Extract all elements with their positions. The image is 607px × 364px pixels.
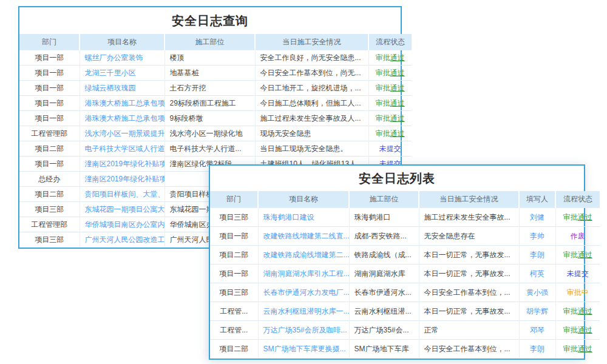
project-link[interactable]: 长春市伊通河水力发电厂...	[263, 288, 350, 297]
cell-status: 审批通过	[368, 66, 412, 81]
status-text[interactable]: 未提交	[379, 144, 401, 153]
cell-safety: 本日一切正常，无事故发...	[419, 302, 519, 321]
cell-site: 楼顶	[164, 50, 255, 66]
status-text[interactable]: 审批通过	[376, 129, 405, 138]
cell-writer: 刘健	[519, 208, 555, 227]
project-link[interactable]: 贵阳项目样板间、大堂、电梯	[85, 190, 165, 198]
cell-project: 螺丝厂办公室装饰	[80, 50, 164, 66]
cell-dept: 项目三部	[210, 208, 258, 227]
status-text[interactable]: 审批通过	[376, 69, 405, 77]
status-text[interactable]: 审批通过	[563, 307, 592, 315]
project-link[interactable]: 龙湖三千里小区	[85, 69, 136, 77]
cell-site: 云南水利枢纽潜...	[349, 302, 419, 321]
status-text[interactable]: 审批通过	[376, 99, 405, 107]
cell-site: 铁路成渝线（成...	[349, 246, 419, 265]
cell-dept: 工程管理部	[19, 217, 80, 232]
cell-status: 审批通过	[368, 50, 412, 66]
project-link[interactable]: 螺丝厂办公室装饰	[85, 53, 143, 62]
cell-safety: 正常	[419, 321, 519, 340]
project-link[interactable]: 港珠澳大桥施工总承包项目	[85, 99, 165, 107]
cell-site: 浅水湾小区一期绿化地	[164, 126, 255, 141]
status-text[interactable]: 审批通过	[376, 53, 405, 62]
cell-site: 土石方开挖	[164, 81, 255, 96]
writer-link[interactable]: 黄小强	[526, 288, 548, 297]
status-text[interactable]: 审批通过	[563, 213, 592, 221]
status-text[interactable]: 审批通过	[563, 326, 592, 334]
header-row: 部门项目名称施工部位当日施工安全情况流程状态	[19, 34, 412, 50]
status-text[interactable]: 作废	[571, 232, 585, 240]
cell-dept: 项目三部	[210, 283, 258, 302]
project-link[interactable]: 广州天河人民公园改造工程	[85, 235, 165, 244]
cell-status: 审批通过	[555, 340, 600, 359]
cell-dept: 总经办	[19, 172, 80, 187]
cell-site: 长春市伊通河水...	[349, 283, 419, 302]
cell-project: 东城花园一期项目公寓大堂 装	[80, 202, 164, 217]
cell-project: 电子科技大学区域人行道及非	[80, 141, 164, 157]
cell-project: SM广场地下车库更换摄...	[258, 340, 349, 359]
project-link[interactable]: 绿城云栖玫瑰园	[85, 84, 136, 92]
cell-status: 审批通过	[555, 302, 600, 321]
writer-link[interactable]: 刘健	[530, 213, 544, 221]
column-header: 流程状态	[555, 191, 600, 208]
safety-log-list-panel: 安全日志列表 部门项目名称施工部位当日施工安全情况填写人流程状态 项目三部珠海鹤…	[209, 164, 585, 360]
project-link[interactable]: 潼南区2019年绿化补贴项目-标	[85, 160, 165, 168]
cell-status: 审批通过	[368, 96, 412, 111]
cell-site: 9标段桥墩	[164, 111, 255, 126]
cell-dept: 工程管...	[210, 302, 258, 321]
cell-project: 贵阳项目样板间、大堂、电梯	[80, 187, 164, 202]
column-header: 项目名称	[258, 191, 349, 208]
cell-safety: 当日施工现场无安全隐患。	[255, 141, 368, 157]
status-text[interactable]: 审批通过	[563, 345, 592, 353]
cell-project: 潼南区2019年绿化补贴项目-标	[80, 157, 164, 172]
cell-project: 广州天河人民公园改造工程	[80, 232, 164, 248]
cell-dept: 项目二部	[210, 246, 258, 265]
status-text[interactable]: 审批通过	[563, 251, 592, 259]
cell-status: 审批通过	[368, 126, 412, 141]
cell-safety: 今日工地开工，旋挖机进场，...	[255, 81, 368, 96]
project-link[interactable]: 港珠澳大桥施工总承包项目	[85, 114, 165, 123]
status-text[interactable]: 未提交	[567, 269, 589, 278]
cell-status: 审批通过	[368, 111, 412, 126]
project-link[interactable]: 改建铁路成渝线增建第二...	[263, 251, 350, 259]
writer-link[interactable]: 李朗	[530, 345, 544, 353]
cell-safety: 施工过程未发生安全事故及人...	[255, 111, 368, 126]
cell-safety: 施工过程未发生安全事故...	[419, 208, 519, 227]
writer-link[interactable]: 邓琴	[530, 326, 544, 334]
table-row: 工程管理部浅水湾小区一期景观提升工程浅水湾小区一期绿化地现场无安全隐患审批通过	[19, 126, 412, 141]
project-link[interactable]: 云南水利枢纽潜明水库一...	[263, 307, 350, 315]
project-link[interactable]: 湖南洞庭湖水库引水工程...	[263, 269, 350, 278]
project-link[interactable]: 万达广场35#会所及咖啡...	[263, 326, 347, 334]
status-text[interactable]: 审批通过	[376, 114, 405, 123]
table-row: 项目一部湖南洞庭湖水库引水工程...湖南洞庭湖水库本日一切正常，无事故发...柯…	[210, 265, 600, 283]
cell-dept: 项目一部	[19, 111, 80, 126]
writer-link[interactable]: 李朗	[530, 251, 544, 259]
writer-link[interactable]: 胡学辉	[526, 307, 548, 315]
project-link[interactable]: 浅水湾小区一期景观提升工程	[85, 129, 165, 138]
cell-dept: 项目三部	[19, 202, 80, 217]
cell-dept: 项目一部	[19, 81, 80, 96]
project-link[interactable]: 潼南区2019年绿化补贴项目-标	[85, 175, 165, 183]
project-link[interactable]: 东城花园一期项目公寓大堂 装	[85, 205, 165, 214]
cell-project: 港珠澳大桥施工总承包项目	[80, 111, 164, 126]
cell-safety: 无安全隐患存在	[419, 227, 519, 246]
cell-status: 作废	[555, 227, 600, 246]
cell-safety: 今日安全工作基本到位，...	[419, 283, 519, 302]
cell-writer: 胡学辉	[519, 302, 555, 321]
cell-project: 改建铁路成渝线增建第二...	[258, 246, 349, 265]
project-link[interactable]: 电子科技大学区域人行道及非	[85, 144, 165, 153]
column-header: 施工部位	[349, 191, 419, 208]
cell-site: 地基基桩	[164, 66, 255, 81]
list-table-body: 项目三部珠海鹤港口建设珠海鹤港口施工过程未发生安全事故...刘健审批通过项目一部…	[210, 208, 600, 359]
cell-status: 未提交	[555, 265, 600, 283]
cell-project: 龙湖三千里小区	[80, 66, 164, 81]
project-link[interactable]: 珠海鹤港口建设	[263, 213, 314, 221]
status-text[interactable]: 审批通过	[376, 84, 405, 92]
project-link[interactable]: SM广场地下车库更换摄...	[263, 345, 346, 353]
project-link[interactable]: 华侨城项目南区办公室内装修	[85, 220, 165, 229]
cell-safety: 今日施工总体顺利，但施工人...	[255, 96, 368, 111]
project-link[interactable]: 改建铁路线增建第二线直...	[263, 232, 350, 240]
status-text[interactable]: 审批中	[567, 288, 589, 297]
cell-writer: 李朗	[519, 246, 555, 265]
writer-link[interactable]: 李帅	[530, 232, 544, 240]
writer-link[interactable]: 柯英	[530, 269, 544, 278]
